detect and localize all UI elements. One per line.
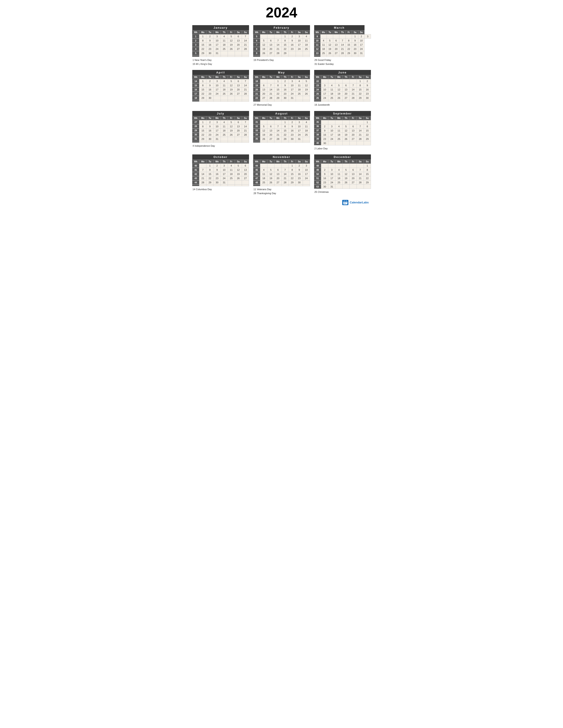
day-cell: 5 — [336, 83, 343, 88]
day-cell: 5 — [267, 168, 274, 172]
day-cell: 30 — [282, 96, 289, 100]
week-number: 25 — [314, 92, 321, 96]
day-cell — [260, 55, 267, 57]
day-cell: 8 — [364, 124, 371, 128]
day-cell: 30 — [352, 51, 358, 55]
month-name-november: November — [253, 154, 310, 160]
day-cell: 7 — [282, 168, 289, 172]
day-cell — [235, 100, 242, 102]
day-cell: 18 — [303, 128, 310, 133]
col-header-sa: Sa — [357, 160, 364, 164]
day-cell — [282, 164, 289, 168]
table-row: 509101112131415 — [314, 172, 371, 176]
day-cell: 16 — [206, 128, 213, 133]
col-header-su: Su — [303, 116, 310, 120]
day-cell — [267, 55, 274, 57]
day-cell: 25 — [328, 96, 336, 100]
day-cell: 20 — [350, 176, 357, 180]
day-cell — [333, 55, 339, 57]
day-cell: 3 — [328, 124, 336, 128]
day-cell: 25 — [336, 137, 343, 141]
day-cell — [321, 55, 327, 57]
holiday-item: 31 Easter Sunday — [314, 62, 371, 66]
day-cell: 11 — [220, 124, 227, 128]
day-cell: 22 — [364, 176, 371, 180]
table-row: 712131415161718 — [253, 43, 310, 47]
day-cell — [282, 185, 289, 186]
day-cell — [364, 141, 371, 145]
day-cell: 11 — [303, 124, 310, 128]
week-number: 37 — [314, 128, 321, 133]
month-name-january: January — [192, 25, 249, 30]
col-header-fr: Fr — [227, 116, 235, 120]
table-row: 481 — [314, 164, 371, 168]
holidays-list: 14 Columbus Day — [192, 188, 249, 191]
col-header-th: Th — [220, 116, 227, 120]
day-cell: 27 — [343, 96, 350, 100]
holidays-list: 1 New Year's Day15 M L King's Day — [192, 58, 249, 66]
day-cell — [343, 164, 350, 168]
day-cell: 2 — [206, 120, 213, 124]
day-cell: 28 — [339, 51, 346, 55]
col-header-fr: Fr — [227, 160, 235, 164]
table-row: 422232425262728 — [192, 47, 249, 51]
day-cell: 7 — [242, 34, 249, 39]
day-cell: 31 — [328, 185, 336, 189]
day-cell: 13 — [350, 172, 357, 176]
day-cell: 24 — [303, 176, 310, 180]
day-cell: 10 — [213, 124, 220, 128]
day-cell — [336, 79, 343, 83]
day-cell: 12 — [327, 43, 333, 47]
day-cell: 19 — [227, 128, 235, 133]
day-cell: 3 — [303, 164, 310, 168]
day-cell: 20 — [343, 92, 350, 96]
day-cell: 5 — [343, 168, 350, 172]
day-cell: 21 — [339, 47, 346, 51]
day-cell: 19 — [260, 133, 267, 137]
day-cell: 10 — [328, 128, 336, 133]
day-cell — [296, 100, 303, 102]
week-number — [253, 100, 260, 102]
day-cell — [328, 100, 336, 102]
col-header-we: We — [274, 30, 282, 34]
day-cell — [242, 100, 249, 102]
day-cell: 25 — [220, 47, 227, 51]
day-cell: 14 — [274, 128, 282, 133]
day-cell: 27 — [350, 137, 357, 141]
col-header-tu: Tu — [267, 30, 274, 34]
table-row — [253, 100, 310, 102]
week-number: 48 — [253, 180, 260, 185]
table-row: 2517181920212223 — [314, 92, 371, 96]
day-cell — [242, 180, 249, 185]
day-cell: 14 — [339, 43, 346, 47]
day-cell: 22 — [357, 92, 364, 96]
holidays-list: 29 Good Friday31 Easter Sunday — [314, 58, 371, 66]
day-cell: 17 — [358, 43, 365, 47]
day-cell: 12 — [260, 43, 267, 47]
week-number: 32 — [253, 124, 260, 128]
table-row: 1722232425262728 — [192, 92, 249, 96]
day-cell: 10 — [321, 88, 328, 92]
day-cell: 28 — [242, 133, 249, 137]
day-cell — [328, 164, 336, 168]
day-cell — [303, 185, 310, 186]
day-cell: 11 — [303, 39, 310, 43]
col-header-sa: Sa — [352, 30, 358, 34]
day-cell — [274, 55, 282, 57]
day-cell — [199, 55, 206, 57]
week-number: 50 — [314, 172, 321, 176]
day-cell: 31 — [220, 180, 227, 185]
table-row: 4718192021222324 — [253, 176, 310, 180]
day-cell — [328, 120, 336, 124]
day-cell: 30 — [206, 96, 213, 100]
day-cell — [321, 100, 328, 102]
svg-rect-5 — [345, 202, 346, 203]
day-cell: 20 — [235, 128, 242, 133]
col-header-mo: Mo — [321, 30, 327, 34]
day-cell: 28 — [267, 96, 274, 100]
table-row: 40123456 — [192, 164, 249, 168]
day-cell: 8 — [364, 168, 371, 172]
col-header-fr: Fr — [289, 30, 296, 34]
day-cell — [227, 96, 235, 100]
week-number: 7 — [253, 43, 260, 47]
